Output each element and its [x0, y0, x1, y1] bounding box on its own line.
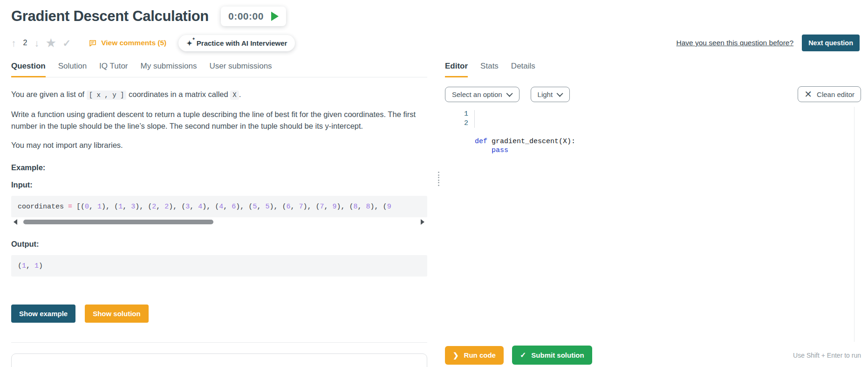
run-code-label: Run code	[464, 351, 496, 359]
tab-question[interactable]: Question	[11, 58, 46, 77]
tab-stats[interactable]: Stats	[480, 58, 499, 77]
run-shortcut-hint: Use Shift + Enter to run	[793, 352, 861, 359]
question-paragraph-3: You may not import any libraries.	[11, 139, 427, 151]
scroll-right-arrow-icon[interactable]	[421, 219, 424, 225]
chevron-down-icon	[506, 90, 513, 97]
horizontal-scrollbar	[11, 218, 427, 226]
comments-section-box	[11, 353, 427, 367]
comment-icon	[89, 39, 97, 47]
ai-interviewer-button[interactable]: ✦✦ Practice with AI Interviewer	[178, 35, 295, 51]
timer-value: 0:00:00	[228, 11, 264, 22]
scroll-left-arrow-icon[interactable]	[14, 219, 17, 225]
timer-widget: 0:00:00	[221, 7, 286, 26]
ai-interviewer-label: Practice with AI Interviewer	[197, 39, 287, 47]
view-comments-label: View comments (5)	[101, 39, 166, 47]
drag-handle-icon	[438, 172, 439, 186]
downvote-icon[interactable]: ↓	[34, 38, 39, 48]
show-example-button[interactable]: Show example	[11, 305, 75, 323]
tab-my-submissions[interactable]: My submissions	[141, 58, 197, 77]
page-title: Gradient Descent Calculation	[11, 8, 209, 25]
check-icon: ✓	[520, 351, 526, 360]
favorite-star-icon[interactable]: ★	[46, 38, 56, 48]
app-window: Gradient Descent Calculation 0:00:00 ↑ 2…	[0, 0, 868, 367]
tab-solution[interactable]: Solution	[58, 58, 87, 77]
tab-details[interactable]: Details	[511, 58, 535, 77]
panel-splitter[interactable]	[437, 58, 441, 367]
show-solution-button[interactable]: Show solution	[85, 305, 149, 323]
editor-scrollbar[interactable]	[854, 107, 854, 342]
vote-count: 2	[23, 39, 27, 47]
divider	[11, 342, 427, 343]
theme-select-value: Light	[538, 90, 553, 98]
example-label: Example:	[11, 163, 427, 172]
play-icon[interactable]	[271, 12, 279, 21]
view-comments-link[interactable]: View comments (5)	[89, 39, 166, 47]
editor-code[interactable]: def gradient_descent(X): pass	[468, 107, 861, 342]
output-label: Output:	[11, 240, 427, 249]
input-label: Input:	[11, 180, 427, 189]
question-paragraph-2: Write a function using gradient descent …	[11, 109, 427, 132]
inline-code-x: X	[230, 90, 239, 100]
sparkle-icon: ✦✦	[186, 40, 192, 47]
question-panel: Question Solution IQ Tutor My submission…	[0, 58, 437, 367]
run-chevron-icon: ❯	[453, 351, 459, 360]
clean-editor-button[interactable]: ✕ Clean editor	[798, 86, 861, 102]
page-header: Gradient Descent Calculation 0:00:00 ↑ 2…	[0, 0, 868, 52]
close-icon: ✕	[804, 90, 812, 99]
output-code-block: (1, 1)	[11, 255, 427, 277]
editor-panel: Editor Stats Details Select an option Li…	[441, 58, 868, 367]
editor-gutter: 12	[445, 107, 468, 342]
mark-done-icon[interactable]: ✓	[63, 38, 71, 48]
scrollbar-thumb[interactable]	[23, 220, 213, 224]
tab-editor[interactable]: Editor	[445, 58, 468, 77]
submit-solution-label: Submit solution	[531, 351, 584, 359]
inline-code-xy: [ x , y ]	[87, 90, 127, 100]
run-code-button[interactable]: ❯ Run code	[445, 346, 504, 365]
input-code-block: coordinates = [(0, 1), (1, 3), (2, 2), (…	[11, 196, 427, 217]
chevron-down-icon	[557, 90, 563, 97]
editor-tabs: Editor Stats Details	[445, 58, 861, 77]
clean-editor-label: Clean editor	[817, 90, 854, 98]
submit-solution-button[interactable]: ✓ Submit solution	[512, 346, 592, 365]
next-question-button[interactable]: Next question	[802, 35, 860, 51]
theme-select-dropdown[interactable]: Light	[531, 87, 570, 102]
code-editor[interactable]: 12 def gradient_descent(X): pass	[445, 107, 861, 342]
indent-guide	[474, 110, 475, 128]
language-select-value: Select an option	[452, 90, 502, 98]
question-paragraph-1: You are given a list of [ x , y ] coordi…	[11, 89, 427, 101]
upvote-icon[interactable]: ↑	[11, 38, 16, 48]
tab-user-submissions[interactable]: User submissions	[209, 58, 272, 77]
language-select-dropdown[interactable]: Select an option	[445, 87, 519, 102]
tab-iq-tutor[interactable]: IQ Tutor	[99, 58, 128, 77]
question-tabs: Question Solution IQ Tutor My submission…	[11, 58, 427, 77]
seen-before-link[interactable]: Have you seen this question before?	[677, 39, 794, 47]
